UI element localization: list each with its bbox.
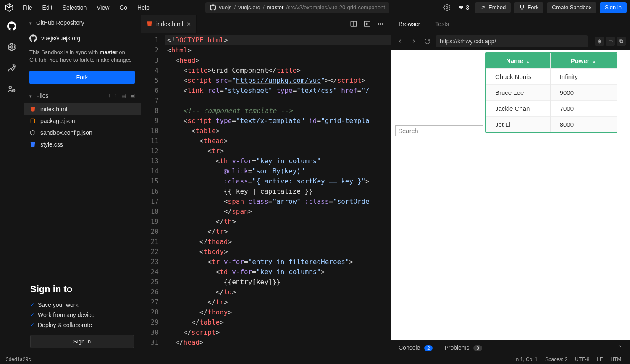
file-item-style-css[interactable]: style.css [24,139,141,150]
grid-header-name[interactable]: Name▲ [486,53,550,69]
settings-activity-icon[interactable] [6,41,18,53]
file-item-index-html[interactable]: index.html [24,103,141,115]
menu-go[interactable]: Go [115,3,131,13]
likes-count[interactable]: ❤ 3 [456,4,472,11]
signin-button-top[interactable]: Sign in [600,2,627,13]
tab-browser[interactable]: Browser [391,15,428,33]
svg-point-0 [446,6,448,8]
editor-tab-index-html[interactable]: index.html ✕ [141,15,197,33]
breadcrumb-repo: vuejs.org [238,4,260,10]
table-row: Bruce Lee9000 [486,85,617,101]
cursor-position[interactable]: Ln 1, Col 1 [513,356,538,362]
git-sha[interactable]: 3ded1a29c [6,356,31,362]
fork-icon [519,5,525,10]
activity-bar [0,15,24,355]
download-icon[interactable]: ↓ [108,93,110,99]
menu-file[interactable]: File [18,3,37,13]
sort-arrow-icon: ▲ [592,59,596,64]
upload-icon[interactable]: ↑ [115,93,117,99]
cell-power: 7000 [550,101,616,117]
close-icon[interactable]: ✕ [186,21,191,27]
eol[interactable]: LF [597,356,603,362]
status-bar: 3ded1a29c Ln 1, Col 1 Spaces: 2 UTF-8 LF… [0,355,630,364]
popout-icon[interactable]: ⧉ [617,37,626,46]
repo-name: vuejs/vuejs.org [41,35,80,42]
editor-body[interactable]: 1234567891011121314151617181920212223242… [141,33,391,355]
cell-name: Chuck Norris [486,69,550,85]
check-icon: ✓ [30,322,34,328]
file-label: style.css [40,141,63,148]
responsive-icon[interactable]: ◈ [595,37,604,46]
breadcrumb[interactable]: vuejs/ vuejs.org/ master /src/v2/example… [205,2,389,13]
create-sandbox-label: Create Sandbox [552,4,591,10]
repo-row[interactable]: vuejs/vuejs.org [24,30,141,46]
file-label: index.html [40,106,67,113]
menu-edit[interactable]: Edit [38,3,57,13]
cell-power: 9000 [550,85,616,101]
live-activity-icon[interactable] [6,83,18,95]
fork-button-top[interactable]: Fork [514,2,543,13]
signin-label: Sign in [605,4,622,10]
preview-icon[interactable] [363,20,371,28]
forward-icon[interactable] [409,36,419,46]
share-icon [480,5,486,10]
encoding[interactable]: UTF-8 [575,356,589,362]
back-icon[interactable] [395,36,405,46]
file-item-sandbox-config[interactable]: sandbox.config.json [24,127,141,139]
menu-help[interactable]: Help [133,3,154,13]
signin-button-panel[interactable]: Sign In [30,335,134,348]
console-count-badge: 2 [424,345,433,351]
embed-button[interactable]: Embed [475,2,511,13]
language-mode[interactable]: HTML [610,356,624,362]
app-logo-icon[interactable] [3,2,15,13]
cell-name: Jet Li [486,117,550,133]
fork-label: Fork [528,4,538,10]
cell-power: Infinity [550,69,616,85]
html-file-icon [146,21,153,27]
search-input[interactable] [395,125,483,136]
grid-table: Name▲ Power▲ Chuck NorrisInfinityBruce L… [486,53,617,132]
sidebar-header[interactable]: GitHub Repository [24,15,141,30]
url-bar-row: https://krhwy.csb.app/ ◈ ▭ ⧉ [391,33,630,50]
check-icon: ✓ [30,312,34,318]
editor-column: index.html ✕ ••• 12345678910111213141516… [141,15,391,355]
expand-panel-icon[interactable]: ⌃ [617,344,622,351]
github-icon [29,34,37,42]
code-area[interactable]: <!DOCTYPE html><html> <head> <title>Grid… [165,33,391,355]
indentation[interactable]: Spaces: 2 [545,356,567,362]
split-icon[interactable] [349,20,358,28]
check-icon: ✓ [30,302,34,308]
problems-tab[interactable]: Problems 0 [444,344,482,351]
files-label: Files [36,92,49,99]
grid-header-power[interactable]: Power▲ [550,53,616,69]
new-window-icon[interactable]: ▭ [606,37,615,46]
files-header[interactable]: Files ↓ ↑ ▤ ▣ [24,88,141,103]
grid-table-wrap: Name▲ Power▲ Chuck NorrisInfinityBruce L… [485,52,617,133]
chevron-down-icon [29,92,33,99]
tab-tests[interactable]: Tests [428,15,457,33]
sidebar: GitHub Repository vuejs/vuejs.org This S… [24,15,141,355]
sort-arrow-icon: ▲ [526,59,530,64]
settings-icon[interactable] [441,2,453,13]
create-sandbox-button[interactable]: Create Sandbox [547,2,596,13]
menu-view[interactable]: View [92,3,113,13]
html-file-icon [29,106,36,113]
url-bar[interactable]: https://krhwy.csb.app/ [436,35,588,47]
top-menubar: File Edit Selection View Go Help vuejs/ … [0,0,630,15]
github-icon [210,4,216,11]
github-activity-icon[interactable] [6,20,18,32]
new-file-icon[interactable]: ▤ [121,93,126,99]
deploy-activity-icon[interactable] [6,62,18,74]
new-folder-icon[interactable]: ▣ [130,93,135,99]
file-label: package.json [40,118,75,124]
heart-icon: ❤ [459,4,464,11]
menu-selection[interactable]: Selection [58,3,91,13]
file-list: index.html package.json sandbox.config.j… [24,103,141,150]
fork-button-sidebar[interactable]: Fork [29,71,135,84]
console-tab[interactable]: Console 2 [399,344,433,351]
reload-icon[interactable] [422,36,432,46]
more-icon[interactable]: ••• [376,20,385,28]
file-item-package-json[interactable]: package.json [24,115,141,127]
signin-panel: Sign in to ✓Save your work ✓Work from an… [24,276,141,355]
preview-frame: Name▲ Power▲ Chuck NorrisInfinityBruce L… [391,50,630,340]
